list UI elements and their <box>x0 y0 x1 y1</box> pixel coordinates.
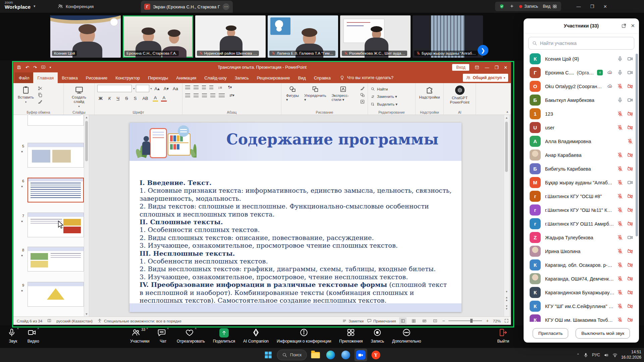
chevron-up-icon[interactable]: ^ <box>195 327 197 331</box>
smartart-icon[interactable]: ⇄▾ <box>228 93 236 98</box>
comments-button[interactable]: Примечания <box>367 318 396 323</box>
slide-thumbnail-6[interactable] <box>28 178 84 202</box>
new-slide-button[interactable]: Создать слайд▾ <box>66 85 92 109</box>
ribbon-tab-запись[interactable]: Запись <box>231 72 253 83</box>
scroll-up-icon[interactable]: ▲ <box>504 115 509 121</box>
next-videos-button[interactable]: ❯ <box>478 45 488 56</box>
participant-row[interactable]: М Бұқар жырау ауданы "Алғабас НО… <box>524 176 639 189</box>
camera-off-icon[interactable] <box>627 221 633 227</box>
ai-sparkle-icon[interactable] <box>509 4 515 9</box>
toolbar-ai-button[interactable]: AI Companion <box>243 328 269 344</box>
thumbnail-scrollbar[interactable]: ▲ ▼ <box>84 115 89 316</box>
shield-check-icon[interactable] <box>499 4 504 9</box>
copy-icon[interactable] <box>38 93 43 98</box>
camera-on-icon[interactable] <box>627 70 633 75</box>
camera-off-icon[interactable] <box>627 303 633 309</box>
text-shadow-button[interactable]: Ѕ <box>132 96 138 101</box>
slide-sorter-view-button[interactable] <box>410 317 417 324</box>
camera-off-icon[interactable] <box>627 207 633 213</box>
underline-button[interactable]: Ч <box>115 96 121 101</box>
toolbar-record-button[interactable]: Запись <box>371 328 384 344</box>
camera-on-icon[interactable] <box>627 97 633 103</box>
tray-expand-icon[interactable]: ⌃ <box>577 353 580 357</box>
clock[interactable]: 14:51 16.02.2026 <box>621 350 641 360</box>
chevron-up-icon[interactable]: ^ <box>146 327 148 331</box>
participant-row[interactable]: К Караганд. обл. Осакаров. р-н ОШ … <box>524 258 639 272</box>
yandex-browser-icon[interactable]: Y <box>369 349 382 361</box>
mic-on-icon[interactable] <box>617 56 623 62</box>
invite-button[interactable]: Пригласить <box>533 328 568 339</box>
text-direction-icon[interactable]: ¶▾ <box>227 85 233 90</box>
participants-scrollbar[interactable] <box>636 54 638 236</box>
tray-mic-icon[interactable] <box>583 353 588 358</box>
participant-row[interactable]: Z Жадыра Тулеубекова <box>524 231 639 244</box>
accessibility-status[interactable]: Специальные возможности: все в порядке <box>97 318 181 323</box>
slideshow-view-button[interactable] <box>431 317 439 324</box>
mic-muted-icon[interactable] <box>617 180 623 185</box>
slide-thumbnail-5[interactable] <box>28 143 84 168</box>
highlight-color-button[interactable]: А <box>153 95 158 102</box>
slide[interactable]: Содержание программы I. Введение. Текст.… <box>129 123 462 312</box>
participant-row[interactable]: Г Ерохина С.... (Организатор) <box>524 66 639 79</box>
toolbar-apps-button[interactable]: Приложения <box>339 328 363 344</box>
signin-button[interactable]: Вход <box>452 64 469 71</box>
participant-row[interactable]: Караганда, ОШ#74, Демченко И.Б. <box>524 272 639 286</box>
slide-scrollbar[interactable]: ▲ ▼ ▲▲ ▼▼ <box>504 115 509 316</box>
toolbar-more-button[interactable]: Дополнительно <box>392 328 421 344</box>
toolbar-share-button[interactable]: Поделиться <box>213 328 235 344</box>
participant-row[interactable]: К Карагандинская Бухаржырауский … <box>524 286 639 299</box>
toolbar-react-button[interactable]: ^ Отреагировать <box>177 328 205 344</box>
participant-row[interactable]: 1 123 <box>524 107 639 121</box>
ppt-close-button[interactable]: ✕ <box>504 65 507 70</box>
camera-on-icon[interactable] <box>627 235 633 240</box>
ribbon-tab-переходы[interactable]: Переходы <box>144 72 172 83</box>
zoom-level[interactable]: 72% <box>493 319 501 323</box>
mic-muted-icon[interactable] <box>617 235 623 240</box>
participant-row[interactable]: O Oku Ortalygy2 (Соорганизатор) <box>524 79 639 93</box>
restore-button[interactable]: ❐ <box>590 4 594 9</box>
align-right-icon[interactable] <box>202 94 207 97</box>
addins-button[interactable]: Надстройки <box>418 85 441 100</box>
participant-row[interactable]: К Ксения Цой (Я) <box>524 52 639 66</box>
ribbon-tab-рисование[interactable]: Рисование <box>82 72 111 83</box>
video-tile[interactable]: Бұқар жырау ауданы "Алғаб… <box>413 15 483 58</box>
file-explorer-icon[interactable] <box>309 349 322 361</box>
arrange-button[interactable]: Упорядочить ▾ <box>302 85 328 103</box>
mic-muted-icon[interactable] <box>617 290 623 295</box>
slide-thumbnail-9[interactable] <box>28 282 84 307</box>
mic-on-icon[interactable] <box>617 97 623 103</box>
video-tile[interactable]: Рахимбекова Ж.С., Шет ауда… <box>340 15 411 58</box>
cut-icon[interactable] <box>38 86 43 91</box>
participant-row[interactable]: г г.Шахтинск КГУ "ОСШ #8" <box>524 189 639 203</box>
camera-on-icon[interactable] <box>627 56 633 62</box>
mic-muted-icon[interactable] <box>617 303 623 309</box>
ribbon-tab-конструктор[interactable]: Конструктор <box>111 72 144 83</box>
italic-button[interactable]: К <box>107 96 112 101</box>
replace-button[interactable]: Заменить ▾ <box>371 93 413 100</box>
ribbon-tab-главная[interactable]: Главная <box>33 72 58 83</box>
tab-conference[interactable]: Конференция <box>54 0 97 13</box>
ribbon-tab-рецензирование[interactable]: Рецензирование <box>253 72 294 83</box>
participant-row[interactable]: г г.Шахтинск КГУ "ОШ №11" Кожухо… <box>524 203 639 217</box>
minimize-button[interactable]: — <box>576 4 581 9</box>
toolbar-leave-button[interactable]: Выйти <box>497 328 509 344</box>
numbering-icon[interactable] <box>194 85 199 89</box>
shape-outline-icon[interactable] <box>360 93 365 98</box>
camera-off-icon[interactable] <box>627 317 633 322</box>
chevron-up-icon[interactable]: ^ <box>17 327 19 331</box>
clear-format-icon[interactable]: Аа <box>171 86 179 92</box>
mic-muted-icon[interactable] <box>617 193 623 199</box>
next-slide-button[interactable]: ▼▼ <box>504 305 509 311</box>
taskbar-search[interactable]: Поиск <box>277 350 307 360</box>
ppt-restore-button[interactable]: ❐ <box>494 65 498 70</box>
video-tile[interactable]: Лапина Е.В. Галкина Т.А "Гим… <box>268 15 338 58</box>
ribbon-display-icon[interactable] <box>475 65 479 70</box>
slide-thumbnail-7[interactable] <box>28 213 84 237</box>
normal-view-button[interactable] <box>399 317 407 324</box>
ribbon-tab-справка[interactable]: Справка <box>310 72 335 83</box>
camera-off-icon[interactable] <box>627 276 633 282</box>
participant-row[interactable]: К КГУ ОШ им. Шакарима Трубицына… <box>524 313 639 322</box>
ppt-minimize-button[interactable]: — <box>485 65 489 70</box>
slide-thumbnail-partial[interactable] <box>28 115 84 126</box>
camera-off-icon[interactable] <box>627 166 633 172</box>
